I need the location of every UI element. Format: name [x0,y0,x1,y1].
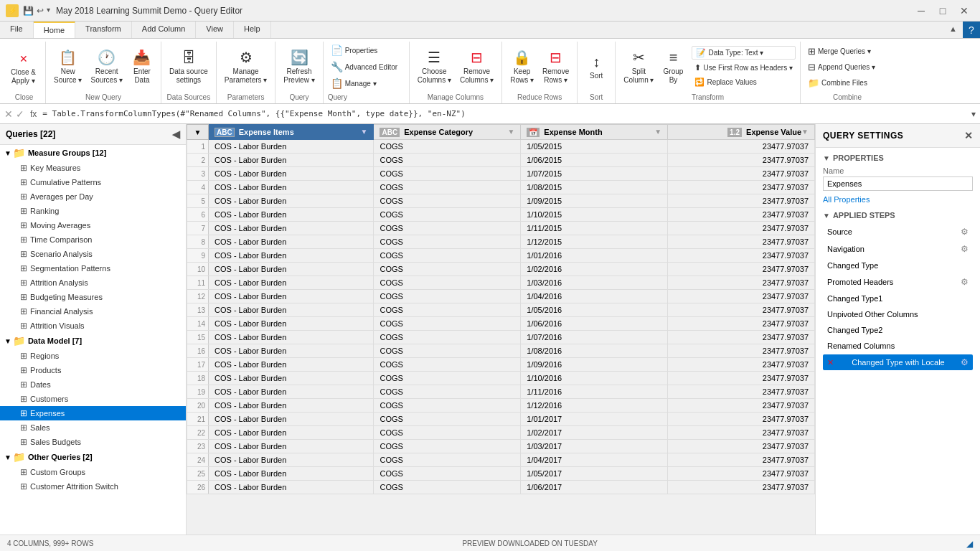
remove-rows-button[interactable]: ⊟ RemoveRows ▾ [539,47,573,87]
table-row[interactable]: 17COS - Labor BurdenCOGS1/09/201623477.9… [187,358,815,372]
sidebar-item-financial[interactable]: ⊞Financial Analysis [0,304,186,319]
table-row[interactable]: 2COS - Labor BurdenCOGS1/06/201523477.97… [187,154,815,167]
sidebar-item-budgeting[interactable]: ⊞Budgeting Measures [0,290,186,304]
table-row[interactable]: 13COS - Labor BurdenCOGS1/05/201623477.9… [187,303,815,317]
sidebar-item-expenses[interactable]: ⊞Expenses [0,406,186,420]
table-row[interactable]: 18COS - Labor BurdenCOGS1/10/201623477.9… [187,372,815,385]
formula-expand-button[interactable]: ▾ [971,109,976,119]
split-column-button[interactable]: ✂ SplitColumn ▾ [620,47,657,87]
advanced-editor-button[interactable]: 🔧 Advanced Editor [328,60,400,74]
col-filter-icon-1[interactable]: ▼ [361,128,368,136]
sidebar-item-scenario[interactable]: ⊞Scenario Analysis [0,247,186,261]
step-source-gear[interactable]: ⚙ [961,227,969,237]
refresh-preview-button[interactable]: 🔄 RefreshPreview ▾ [280,47,318,87]
formula-cancel-button[interactable]: ✕ [4,108,13,120]
step-unpivoted[interactable]: Unpivoted Other Columns [823,307,973,321]
table-row[interactable]: 24COS - Labor BurdenCOGS1/04/201723477.9… [187,453,815,467]
sort-button[interactable]: ↕ Sort [582,51,611,83]
minimize-button[interactable]: ─ [911,4,931,18]
sidebar-group-data-model-header[interactable]: 📁 Data Model [7] [0,333,186,349]
formula-input[interactable] [42,109,969,118]
qs-close-button[interactable]: ✕ [964,130,974,141]
remove-columns-button[interactable]: ⊟ RemoveColumns ▾ [456,47,497,87]
group-by-button[interactable]: ≡ GroupBy [659,47,687,87]
choose-columns-button[interactable]: ☰ ChooseColumns ▾ [414,47,455,87]
sidebar-item-averages[interactable]: ⊞Averages per Day [0,189,186,204]
table-row[interactable]: 11COS - Labor BurdenCOGS1/03/201623477.9… [187,276,815,290]
tab-file[interactable]: File [0,22,34,38]
ribbon-collapse-icon[interactable]: ▲ [943,22,963,38]
sidebar-item-key-measures[interactable]: ⊞Key Measures [0,161,186,175]
table-row[interactable]: 20COS - Labor BurdenCOGS1/12/201623477.9… [187,399,815,413]
table-row[interactable]: 8COS - Labor BurdenCOGS1/12/201523477.97… [187,235,815,249]
step-locale-gear[interactable]: ⚙ [961,357,969,367]
merge-queries-button[interactable]: ⊞ Merge Queries ▾ [805,44,874,58]
formula-confirm-button[interactable]: ✓ [16,108,24,120]
step-changed-type1[interactable]: Changed Type1 [823,291,973,306]
table-row[interactable]: 22COS - Labor BurdenCOGS1/02/201723477.9… [187,426,815,440]
sidebar-item-products[interactable]: ⊞Products [0,363,186,377]
sidebar-item-moving-averages[interactable]: ⊞Moving Averages [0,218,186,232]
help-icon[interactable]: ? [963,22,980,38]
tab-view[interactable]: View [196,22,234,38]
steps-collapse-icon[interactable]: ▼ [823,212,830,220]
data-source-settings-button[interactable]: 🗄 Data sourcesettings [166,47,212,87]
table-row[interactable]: 3COS - Labor BurdenCOGS1/07/201523477.97… [187,167,815,181]
filter-all-icon[interactable]: ▼ [194,128,202,136]
tab-add-column[interactable]: Add Column [132,22,197,38]
table-row[interactable]: 10COS - Labor BurdenCOGS1/02/201623477.9… [187,263,815,276]
table-row[interactable]: 15COS - Labor BurdenCOGS1/07/201623477.9… [187,331,815,344]
tab-home[interactable]: Home [34,22,75,38]
sidebar-item-ranking[interactable]: ⊞Ranking [0,204,186,218]
sidebar-item-attrition-analysis[interactable]: ⊞Attrition Analysis [0,276,186,290]
sidebar-item-customer-attrition[interactable]: ⊞Customer Attrition Switch [0,479,186,494]
table-row[interactable]: 12COS - Labor BurdenCOGS1/04/201623477.9… [187,290,815,303]
close-apply-button[interactable]: ✕ Close &Apply ▾ [7,46,39,88]
append-queries-button[interactable]: ⊟ Append Queries ▾ [805,60,878,74]
table-row[interactable]: 1COS - Labor BurdenCOGS1/05/201523477.97… [187,140,815,154]
col-header-expense-value[interactable]: 1.2 Expense Value ▼ [668,125,815,140]
step-navigation[interactable]: Navigation ⚙ [823,241,973,257]
sidebar-item-regions[interactable]: ⊞Regions [0,349,186,363]
sidebar-collapse-button[interactable]: ◀ [172,128,180,140]
enter-data-button[interactable]: 📥 EnterData [128,47,156,87]
col-filter-icon-2[interactable]: ▼ [507,128,514,136]
sidebar-item-sales-budgets[interactable]: ⊞Sales Budgets [0,435,186,449]
table-row[interactable]: 19COS - Labor BurdenCOGS1/11/201623477.9… [187,385,815,399]
sidebar-item-segmentation[interactable]: ⊞Segmentation Patterns [0,261,186,276]
name-input[interactable] [823,176,973,191]
step-changed-type[interactable]: Changed Type [823,258,973,273]
step-renamed-columns[interactable]: Renamed Columns [823,339,973,353]
data-type-button[interactable]: 📝 Data Type: Text ▾ [692,46,795,60]
step-source[interactable]: Source ⚙ [823,224,973,240]
replace-values-button[interactable]: 🔁 Replace Values [692,76,795,88]
table-row[interactable]: 4COS - Labor BurdenCOGS1/08/201523477.97… [187,181,815,194]
keep-rows-button[interactable]: 🔒 KeepRows ▾ [507,47,537,87]
properties-button[interactable]: 📄 Properties [328,43,381,57]
sidebar-item-custom-groups[interactable]: ⊞Custom Groups [0,465,186,479]
maximize-button[interactable]: □ [933,4,953,18]
title-save-icon[interactable]: 💾 [23,6,34,16]
col-filter-icon-4[interactable]: ▼ [801,128,809,136]
title-dropdown-icon[interactable]: ▾ [47,6,50,16]
table-row[interactable]: 14COS - Labor BurdenCOGS1/06/201623477.9… [187,317,815,331]
manage-button[interactable]: 📋 Manage ▾ [328,76,380,90]
table-row[interactable]: 21COS - Labor BurdenCOGS1/01/201723477.9… [187,413,815,426]
new-source-button[interactable]: 📋 NewSource ▾ [50,47,85,87]
col-header-expense-items[interactable]: ABC Expense Items ▼ [209,125,374,140]
sidebar-group-measure-header[interactable]: 📁 Measure Groups [12] [0,145,186,161]
recent-sources-button[interactable]: 🕐 RecentSources ▾ [87,47,126,87]
step-changed-type-locale[interactable]: ✕ Changed Type with Locale ⚙ [823,354,973,370]
sidebar-item-cumulative[interactable]: ⊞Cumulative Patterns [0,175,186,189]
col-header-expense-category[interactable]: ABC Expense Category ▼ [374,125,521,140]
table-row[interactable]: 23COS - Labor BurdenCOGS1/03/201723477.9… [187,440,815,453]
step-changed-type2[interactable]: Changed Type2 [823,323,973,337]
step-nav-gear[interactable]: ⚙ [961,244,969,254]
sidebar-group-other-header[interactable]: 📁 Other Queries [2] [0,449,186,465]
sidebar-item-sales[interactable]: ⊞Sales [0,420,186,435]
table-row[interactable]: 25COS - Labor BurdenCOGS1/05/201723477.9… [187,467,815,481]
use-first-row-button[interactable]: ⬆ Use First Row as Headers ▾ [692,62,795,74]
data-table-wrapper[interactable]: ▼ ABC Expense Items ▼ ABC Expense Catego… [187,124,815,534]
sidebar-item-time-comparison[interactable]: ⊞Time Comparison [0,232,186,247]
combine-files-button[interactable]: 📁 Combine Files [805,76,870,90]
